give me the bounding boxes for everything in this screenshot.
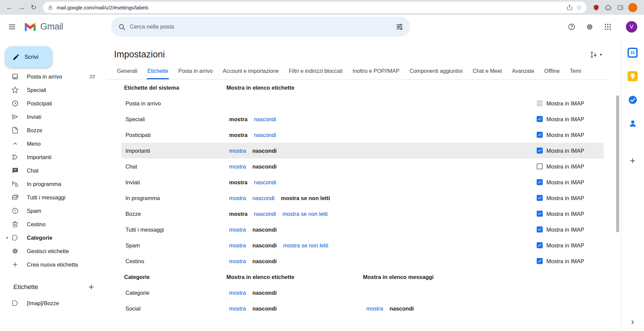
visibility-option-selected[interactable]: nascondi: [252, 258, 276, 264]
tab-posta-in-arrivo[interactable]: Posta in arrivo: [174, 63, 217, 79]
add-shortcut[interactable]: [627, 155, 638, 166]
sidebar-item-inviati[interactable]: Inviati: [0, 110, 107, 124]
sidebar-item-importanti[interactable]: Importanti: [0, 150, 107, 164]
collapse-panel-icon[interactable]: ›: [631, 317, 634, 326]
imap-checkbox[interactable]: [537, 132, 543, 138]
tab-componenti-aggiuntivi[interactable]: Componenti aggiuntivi: [406, 63, 467, 79]
visibility-option-selected[interactable]: nascondi: [389, 305, 414, 312]
imap-checkbox[interactable]: [537, 258, 543, 264]
sidebar-item-cestino[interactable]: Cestino: [0, 218, 107, 231]
sidebar-item-bozze[interactable]: Bozze: [0, 124, 107, 137]
visibility-option-link[interactable]: nascondi: [254, 116, 276, 122]
visibility-option-link[interactable]: mostra: [229, 305, 246, 312]
tab-avanzate[interactable]: Avanzate: [508, 63, 538, 79]
visibility-option-link[interactable]: nascondi: [254, 132, 276, 138]
visibility-option-link[interactable]: mostra: [229, 195, 246, 201]
visibility-option-link[interactable]: mostra se non letti: [282, 210, 328, 217]
tab-inoltro-e-pop-imap[interactable]: Inoltro e POP/IMAP: [348, 63, 404, 79]
compose-button[interactable]: Scrivi: [5, 46, 52, 68]
visibility-option-link[interactable]: nascondi: [252, 195, 274, 201]
visibility-option-selected[interactable]: nascondi: [252, 147, 276, 154]
bookmark-star-icon[interactable]: ☆: [576, 4, 582, 11]
tab-chat-e-meet[interactable]: Chat e Meet: [469, 63, 506, 79]
visibility-option-selected[interactable]: nascondi: [252, 242, 276, 248]
visibility-option-link[interactable]: mostra: [229, 226, 246, 233]
side-panel-icon[interactable]: [614, 1, 626, 13]
sidebar-item-meno[interactable]: Meno: [0, 137, 107, 150]
sidebar-item-posticipati[interactable]: Posticipati: [0, 97, 107, 110]
visibility-option-selected[interactable]: nascondi: [252, 289, 276, 296]
search-filters-icon[interactable]: [391, 19, 408, 35]
account-avatar[interactable]: V: [626, 21, 637, 33]
contacts-shortcut[interactable]: [627, 118, 638, 129]
search-icon[interactable]: [114, 19, 130, 35]
visibility-option-selected[interactable]: mostra se non letti: [281, 195, 330, 201]
visibility-option-link[interactable]: nascondi: [254, 210, 276, 217]
search-bar[interactable]: [111, 17, 410, 37]
ublock-extension-icon[interactable]: [590, 1, 602, 13]
extensions-puzzle-icon[interactable]: [602, 1, 614, 13]
sidebar-item-speciali[interactable]: Speciali: [0, 83, 107, 97]
sidebar-item-categorie[interactable]: Categorie: [0, 231, 107, 244]
tab-offline[interactable]: Offline: [540, 63, 564, 79]
sidebar-item-crea-nuova-etichetta[interactable]: Crea nuova etichetta: [0, 258, 107, 271]
visibility-option-selected[interactable]: mostra: [229, 179, 248, 185]
input-tools-icon[interactable]: ▾: [589, 50, 602, 59]
apps-grid-icon[interactable]: [600, 19, 616, 35]
sidebar-item-tutti-i-messaggi[interactable]: Tutti i messaggi: [0, 191, 107, 204]
visibility-option-link[interactable]: mostra se non letti: [283, 242, 328, 248]
sidebar-item-label: Crea nuova etichetta: [27, 262, 78, 268]
visibility-option-link[interactable]: mostra: [366, 305, 383, 312]
visibility-option-selected[interactable]: mostra: [229, 132, 248, 138]
imap-checkbox[interactable]: [537, 211, 543, 217]
calendar-shortcut[interactable]: 31: [627, 47, 638, 58]
visibility-option-link[interactable]: mostra: [229, 242, 246, 248]
visibility-option-link[interactable]: mostra: [229, 289, 246, 296]
imap-checkbox[interactable]: [537, 179, 543, 185]
back-icon[interactable]: ←: [3, 1, 15, 13]
tab-etichette[interactable]: Etichette: [143, 63, 172, 79]
visibility-option-link[interactable]: nascondi: [254, 179, 276, 185]
sidebar-item-posta-in-arrivo[interactable]: Posta in arrivo22: [0, 70, 107, 83]
sidebar-item-spam[interactable]: Spam: [0, 204, 107, 218]
imap-checkbox[interactable]: [537, 116, 543, 122]
tab-generali[interactable]: Generali: [113, 63, 141, 79]
tasks-shortcut[interactable]: [627, 94, 638, 105]
imap-checkbox[interactable]: [537, 163, 543, 170]
imap-checkbox[interactable]: [537, 148, 543, 154]
tab-temi[interactable]: Temi: [566, 63, 585, 79]
gmail-logo[interactable]: Gmail: [23, 21, 63, 32]
visibility-option-link[interactable]: mostra: [229, 258, 246, 264]
expander-icon[interactable]: [5, 235, 10, 240]
sidebar-item-in-programma[interactable]: In programma: [0, 177, 107, 191]
create-label-icon[interactable]: [85, 281, 97, 293]
settings-gear-icon[interactable]: [582, 19, 598, 35]
tab-filtri-e-indirizzi-bloccati[interactable]: Filtri e indirizzi bloccati: [285, 63, 346, 79]
tab-account-e-importazione[interactable]: Account e importazione: [219, 63, 283, 79]
imap-checkbox[interactable]: [537, 242, 543, 248]
visibility-option-link[interactable]: mostra: [229, 163, 246, 170]
address-bar[interactable]: mail.google.com/mail/u/2/#settings/label…: [43, 2, 587, 13]
imap-checkbox[interactable]: [537, 195, 543, 201]
sidebar-item-chat[interactable]: Chat: [0, 164, 107, 177]
chrome-profile-avatar[interactable]: [628, 3, 637, 12]
refresh-icon[interactable]: ↻: [28, 1, 40, 13]
visibility-option-link[interactable]: mostra: [229, 147, 246, 154]
share-icon[interactable]: [566, 4, 573, 11]
visibility-option-selected[interactable]: nascondi: [252, 226, 276, 233]
visibility-option-selected[interactable]: mostra: [229, 210, 248, 217]
tab-label: Offline: [544, 68, 560, 74]
sidebar-item-label: In programma: [27, 181, 61, 187]
sidebar-item-gestisci-etichette[interactable]: Gestisci etichette: [0, 244, 107, 258]
help-icon[interactable]: [564, 19, 580, 35]
imap-checkbox[interactable]: [537, 227, 543, 233]
main-menu-icon[interactable]: [4, 19, 20, 35]
search-input[interactable]: [130, 23, 391, 30]
visibility-option-selected[interactable]: nascondi: [252, 163, 276, 170]
visibility-option-selected[interactable]: mostra: [229, 116, 248, 122]
user-label-imap-bozze[interactable]: [Imap]/Bozze: [0, 296, 107, 310]
visibility-option-selected[interactable]: nascondi: [252, 305, 276, 312]
keep-shortcut[interactable]: [627, 71, 638, 82]
forward-icon[interactable]: →: [15, 1, 28, 13]
scrollbar[interactable]: [616, 95, 619, 232]
